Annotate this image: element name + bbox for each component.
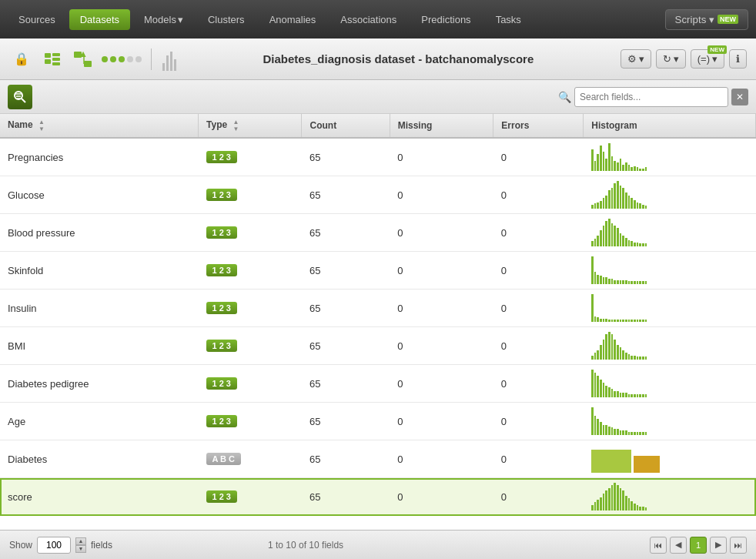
field-count: 65 (302, 403, 390, 440)
type-badge: 1 2 3 (206, 302, 237, 314)
spinner-down[interactable]: ▼ (75, 545, 86, 553)
show-label: Show (9, 540, 32, 551)
info-icon: ℹ (736, 53, 740, 65)
type-badge: 1 2 3 (206, 151, 237, 163)
field-name: Blood pressure (0, 214, 199, 252)
field-count: 65 (302, 327, 390, 365)
histogram-chart (591, 407, 748, 435)
svg-rect-4 (52, 62, 60, 65)
field-count: 65 (302, 138, 390, 176)
field-name: BMI (0, 327, 199, 365)
nav-anomalies[interactable]: Anomalies (259, 9, 327, 30)
info-button[interactable]: ℹ (729, 49, 747, 69)
spinner-up[interactable]: ▲ (75, 537, 86, 545)
search-input[interactable] (574, 87, 728, 107)
field-histogram (584, 214, 756, 252)
field-errors: 0 (493, 290, 584, 327)
field-count: 65 (302, 440, 390, 478)
field-type: 1 2 3 (199, 365, 302, 403)
nav-datasets[interactable]: Datasets (69, 9, 130, 30)
field-missing: 0 (390, 176, 493, 214)
field-name: Age (0, 403, 199, 440)
toolbar-right-actions: ⚙▾ ↻▾ (=) NEW ▾ ℹ (621, 49, 747, 69)
nav-sources[interactable]: Sources (8, 9, 66, 30)
type-badge: 1 2 3 (206, 377, 237, 390)
table-row: Age1 2 36500 (0, 403, 756, 440)
histogram-chart (591, 483, 748, 510)
current-page-button[interactable]: 1 (690, 537, 707, 554)
field-type: 1 2 3 (199, 252, 302, 290)
type-badge: 1 2 3 (206, 189, 237, 201)
next-page-button[interactable]: ▶ (710, 537, 727, 554)
field-errors: 0 (493, 252, 584, 290)
nav-clusters[interactable]: Clusters (197, 9, 256, 30)
col-name[interactable]: Name ▲▼ (0, 114, 199, 138)
filter-button[interactable] (8, 85, 32, 109)
show-count-input[interactable] (37, 537, 71, 554)
settings-button[interactable]: ⚙▾ (621, 49, 651, 69)
type-badge: 1 2 3 (206, 490, 237, 503)
page-info: 1 to 10 of 10 fields (268, 540, 343, 551)
table-row: Diabetes pedigree1 2 36500 (0, 365, 756, 403)
svg-rect-9 (166, 55, 169, 71)
type-badge: A B C (206, 453, 242, 465)
field-count: 65 (302, 290, 390, 327)
refresh-button[interactable]: ↻▾ (656, 49, 686, 69)
table-row: Skinfold1 2 36500 (0, 252, 756, 290)
field-name: Pregnancies (0, 138, 199, 176)
field-missing: 0 (390, 440, 493, 478)
histogram-chart (591, 294, 748, 322)
table-footer: Show ▲ ▼ fields 1 to 10 of 10 fields ⏮ ◀… (0, 530, 756, 559)
pagination: ⏮ ◀ 1 ▶ ⏭ (650, 537, 747, 554)
col-missing[interactable]: Missing (390, 114, 493, 138)
field-type: A B C (199, 440, 302, 478)
field-errors: 0 (493, 138, 584, 176)
first-page-button[interactable]: ⏮ (650, 537, 667, 554)
field-missing: 0 (390, 478, 493, 516)
svg-rect-0 (45, 53, 51, 58)
scripts-button[interactable]: Scripts ▾ NEW (665, 9, 748, 30)
col-type[interactable]: Type ▲▼ (199, 114, 302, 138)
field-missing: 0 (390, 214, 493, 252)
field-errors: 0 (493, 214, 584, 252)
histogram-chart (591, 143, 748, 171)
field-missing: 0 (390, 290, 493, 327)
field-missing: 0 (390, 403, 493, 440)
type-badge: 1 2 3 (206, 264, 237, 276)
table-row: BMI1 2 36500 (0, 327, 756, 365)
table-row: DiabetesA B C6500 (0, 440, 756, 478)
formula-button[interactable]: (=) NEW ▾ (691, 49, 724, 69)
field-errors: 0 (493, 403, 584, 440)
field-histogram (584, 290, 756, 327)
field-histogram (584, 365, 756, 403)
field-type: 1 2 3 (199, 403, 302, 440)
field-histogram (584, 478, 756, 516)
nav-predictions[interactable]: Predictions (410, 9, 481, 30)
prev-page-button[interactable]: ◀ (670, 537, 687, 554)
show-count-spinner[interactable]: ▲ ▼ (75, 537, 86, 553)
table-row: Insulin1 2 36500 (0, 290, 756, 327)
search-bar: 🔍 ✕ (0, 80, 756, 114)
dataset-icon[interactable] (40, 47, 65, 72)
nav-models[interactable]: Models ▾ (133, 9, 194, 30)
field-missing: 0 (390, 365, 493, 403)
histogram-chart (591, 219, 748, 246)
last-page-button[interactable]: ⏭ (730, 537, 747, 554)
svg-rect-6 (84, 61, 92, 67)
svg-line-13 (22, 99, 25, 102)
col-errors[interactable]: Errors (493, 114, 584, 138)
field-count: 65 (302, 478, 390, 516)
histogram-chart (591, 256, 748, 284)
search-right: 🔍 ✕ (558, 87, 748, 107)
col-count[interactable]: Count (302, 114, 390, 138)
histogram-chart (591, 181, 748, 209)
svg-rect-3 (52, 58, 60, 61)
lock-icon[interactable]: 🔒 (9, 47, 34, 72)
clear-search-button[interactable]: ✕ (731, 89, 748, 105)
type-badge: 1 2 3 (206, 415, 237, 427)
top-navigation: Sources Datasets Models ▾ Clusters Anoma… (0, 0, 756, 38)
nav-tasks[interactable]: Tasks (485, 9, 532, 30)
transform-icon[interactable] (71, 47, 95, 72)
nav-associations[interactable]: Associations (329, 9, 407, 30)
dataset-wave-icon (161, 48, 176, 71)
